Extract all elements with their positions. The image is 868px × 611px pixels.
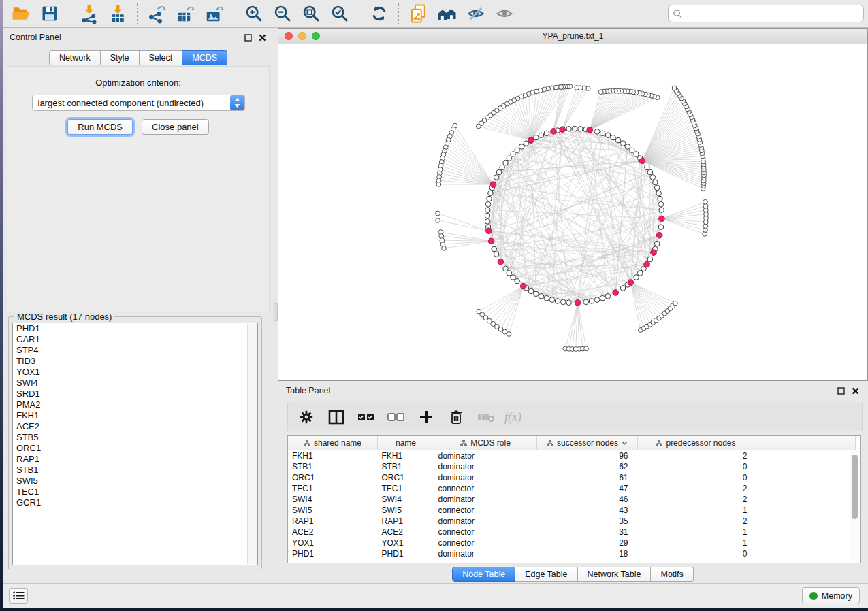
mcds-role-cell: dominator	[434, 472, 537, 483]
mcds-result-item[interactable]: STB1	[13, 465, 257, 476]
mcds-result-item[interactable]: CAR1	[13, 334, 257, 345]
table-toolbar: f(x)	[287, 403, 863, 431]
table-row[interactable]: FKH1FKH1dominator962	[288, 450, 856, 462]
table-row[interactable]: STB1STB1dominator620	[288, 461, 856, 472]
export-network-icon[interactable]	[143, 1, 172, 26]
predecessor-nodes-cell: 0	[638, 472, 754, 483]
mcds-result-item[interactable]: PMA2	[13, 399, 257, 410]
gear-icon[interactable]	[295, 406, 318, 429]
table-row[interactable]: ACE2ACE2connector311	[288, 527, 856, 538]
tab-node-table[interactable]: Node Table	[452, 567, 515, 582]
mcds-result-item[interactable]: SWI4	[13, 378, 257, 389]
mcds-result-item[interactable]: ACE2	[13, 421, 257, 432]
zoom-selected-icon[interactable]	[325, 1, 354, 26]
mcds-result-item[interactable]: STP4	[13, 345, 257, 356]
mcds-result-item[interactable]: SWI5	[13, 476, 257, 486]
table-row[interactable]: YOX1YOX1connector291	[288, 538, 856, 548]
table-row[interactable]: SWI5SWI5connector431	[288, 505, 856, 516]
add-icon[interactable]	[415, 406, 438, 429]
table-scrollbar-thumb[interactable]	[852, 455, 858, 519]
export-table-icon[interactable]	[172, 1, 200, 26]
show-all-icon[interactable]	[490, 1, 519, 26]
node-table: shared namenameMCDS rolesuccessor nodesp…	[287, 435, 861, 563]
duplicate-network-icon[interactable]	[404, 1, 433, 26]
tab-style[interactable]: Style	[101, 50, 140, 65]
column-header-shared-name[interactable]: shared name	[288, 436, 378, 450]
mcds-result-item[interactable]: RAP1	[13, 454, 257, 465]
select-spinner-icon	[230, 95, 244, 110]
open-folder-icon[interactable]	[7, 1, 35, 26]
columns-icon[interactable]	[325, 406, 348, 429]
column-header-name[interactable]: name	[378, 436, 434, 450]
toolbar-separator	[398, 3, 400, 24]
zoom-fit-icon[interactable]	[297, 1, 325, 26]
mcds-result-item[interactable]: TEC1	[13, 486, 257, 497]
tab-mcds[interactable]: MCDS	[182, 50, 227, 65]
close-panel-icon[interactable]	[258, 33, 267, 42]
successor-nodes-cell: 31	[537, 527, 638, 538]
mcds-result-item[interactable]: GCR1	[13, 497, 257, 508]
column-header-successor-nodes[interactable]: successor nodes	[537, 436, 638, 450]
name-cell: ORC1	[378, 472, 434, 483]
float-panel-icon[interactable]	[244, 33, 253, 42]
run-mcds-button[interactable]: Run MCDS	[67, 119, 133, 135]
save-icon[interactable]	[35, 1, 64, 26]
import-network-icon[interactable]	[75, 1, 103, 26]
mcds-result-list[interactable]: PHD1CAR1STP4TID3YOX1SWI4SRD1PMA2FKH1ACE2…	[12, 323, 258, 565]
column-header-predecessor-nodes[interactable]: predecessor nodes	[638, 436, 754, 450]
search-box[interactable]	[668, 5, 864, 22]
maximize-window-icon[interactable]	[312, 32, 320, 40]
mcds-result-item[interactable]: PHD1	[13, 323, 257, 334]
main-toolbar	[3, 0, 868, 28]
float-table-panel-icon[interactable]	[837, 386, 846, 395]
deselect-all-icon[interactable]	[385, 406, 408, 429]
criterion-select[interactable]: largest connected component (undirected)	[32, 95, 245, 111]
zoom-out-icon[interactable]	[268, 1, 297, 26]
mcds-result-item[interactable]: ORC1	[13, 443, 257, 454]
mcds-role-cell: connector	[434, 483, 537, 494]
export-image-icon[interactable]	[200, 1, 229, 26]
hide-selected-icon[interactable]	[462, 1, 490, 26]
table-row[interactable]: ORC1ORC1dominator610	[288, 472, 856, 483]
tab-network-table[interactable]: Network Table	[578, 567, 652, 582]
mcds-result-item[interactable]: SRD1	[13, 389, 257, 399]
zoom-in-icon[interactable]	[240, 1, 268, 26]
criterion-selected-value: largest connected component (undirected)	[33, 98, 230, 108]
network-graph	[278, 44, 867, 380]
result-list-scrollbar[interactable]	[247, 324, 257, 564]
task-history-icon[interactable]	[9, 588, 28, 604]
refresh-icon[interactable]	[365, 1, 393, 26]
close-table-panel-icon[interactable]	[851, 386, 860, 395]
delete-icon[interactable]	[445, 406, 468, 429]
table-row[interactable]: PHD1PHD1dominator180	[288, 548, 856, 559]
search-input[interactable]	[683, 8, 859, 19]
import-table-icon[interactable]	[103, 1, 132, 26]
tab-network[interactable]: Network	[49, 50, 101, 65]
mcds-result-item[interactable]: FKH1	[13, 410, 257, 421]
first-neighbors-icon[interactable]	[433, 1, 462, 26]
filler-cell	[754, 527, 856, 538]
name-cell: STB1	[378, 461, 434, 472]
tab-select[interactable]: Select	[140, 50, 183, 65]
memory-button[interactable]: Memory	[802, 587, 860, 604]
table-scrollbar[interactable]	[850, 450, 859, 562]
successor-nodes-cell: 46	[537, 494, 638, 505]
predecessor-nodes-cell: 0	[638, 548, 754, 559]
minimize-window-icon[interactable]	[298, 32, 306, 40]
close-window-icon[interactable]	[285, 32, 293, 40]
mcds-result-item[interactable]: TID3	[13, 356, 257, 367]
close-panel-button[interactable]: Close panel	[142, 119, 209, 135]
tab-edge-table[interactable]: Edge Table	[515, 567, 577, 582]
mcds-result-item[interactable]: YOX1	[13, 367, 257, 378]
column-header-mcds-role[interactable]: MCDS role	[434, 436, 537, 450]
mcds-role-cell: dominator	[434, 461, 537, 472]
mcds-result-item[interactable]: STB5	[13, 432, 257, 443]
table-row[interactable]: TEC1TEC1connector472	[288, 483, 856, 494]
tab-motifs[interactable]: Motifs	[651, 567, 693, 582]
predecessor-nodes-cell: 1	[638, 538, 754, 548]
table-row[interactable]: SWI4SWI4dominator462	[288, 494, 856, 505]
network-canvas[interactable]	[278, 44, 867, 380]
select-all-icon[interactable]	[355, 406, 378, 429]
shared-name-cell: YOX1	[288, 538, 378, 548]
table-row[interactable]: RAP1RAP1dominator352	[288, 516, 856, 527]
